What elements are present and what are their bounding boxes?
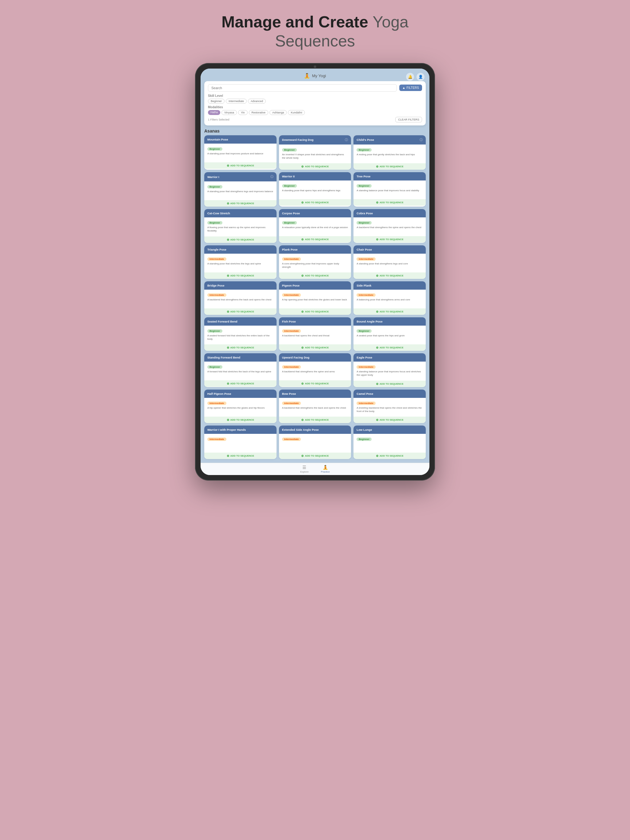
- info-icon[interactable]: ⓘ: [271, 175, 274, 179]
- chip-restorative[interactable]: Restorative: [249, 110, 269, 115]
- add-to-sequence-button[interactable]: ⊕ ADD TO SEQUENCE: [204, 453, 277, 459]
- add-to-sequence-button[interactable]: ⊕ ADD TO SEQUENCE: [279, 453, 351, 459]
- add-to-sequence-button[interactable]: ⊕ ADD TO SEQUENCE: [279, 308, 351, 315]
- level-badge: Intermediate: [282, 329, 301, 333]
- filter-footer: 1 Filters Selected CLEAR FILTERS: [208, 117, 422, 122]
- notifications-button[interactable]: 🔔: [406, 73, 414, 81]
- pose-name: Standing Forward Bend: [207, 356, 240, 359]
- filter-panel: ▲ FILTERS Skill Level Beginner Intermedi…: [204, 81, 426, 125]
- pose-card-body: Intermediate A hip opener that stretches…: [204, 398, 277, 417]
- add-to-sequence-button[interactable]: ⊕ ADD TO SEQUENCE: [204, 381, 277, 387]
- add-to-sequence-button[interactable]: ⊕ ADD TO SEQUENCE: [353, 236, 426, 243]
- add-to-sequence-button[interactable]: ⊕ ADD TO SEQUENCE: [353, 344, 426, 351]
- add-icon: ⊕: [227, 418, 229, 422]
- chip-hatha[interactable]: Hatha: [208, 110, 220, 115]
- chip-yin[interactable]: Yin: [238, 110, 248, 115]
- pose-card-body: Intermediate A backbend that strengthens…: [279, 362, 351, 381]
- filter-chevron-icon: ▲: [402, 86, 405, 90]
- add-to-sequence-button[interactable]: ⊕ ADD TO SEQUENCE: [204, 417, 277, 423]
- pose-card-body: Intermediate A backbend that strengthens…: [279, 398, 351, 417]
- add-to-sequence-button[interactable]: ⊕ ADD TO SEQUENCE: [279, 417, 351, 423]
- pose-card: Cobra Pose Beginner A backbend that stre…: [353, 209, 426, 243]
- add-to-sequence-button[interactable]: ⊕ ADD TO SEQUENCE: [204, 308, 277, 315]
- filters-button[interactable]: ▲ FILTERS: [399, 85, 422, 91]
- pose-name: Eagle Pose: [356, 356, 372, 359]
- add-to-sequence-button[interactable]: ⊕ ADD TO SEQUENCE: [279, 236, 351, 243]
- add-icon: ⊕: [301, 454, 304, 458]
- pose-card: Half Pigeon Pose Intermediate A hip open…: [204, 390, 277, 423]
- add-to-sequence-button[interactable]: ⊕ ADD TO SEQUENCE: [353, 381, 426, 387]
- add-button-label: ADD TO SEQUENCE: [305, 274, 329, 277]
- pose-card: Warrior I with Proper Hands Intermediate…: [204, 426, 277, 459]
- add-to-sequence-button[interactable]: ⊕ ADD TO SEQUENCE: [279, 272, 351, 279]
- add-button-label: ADD TO SEQUENCE: [230, 310, 255, 313]
- level-badge: Intermediate: [356, 257, 375, 261]
- info-icon[interactable]: ⓘ: [419, 138, 423, 142]
- level-badge: Intermediate: [282, 437, 301, 441]
- add-to-sequence-button[interactable]: ⊕ ADD TO SEQUENCE: [204, 344, 277, 351]
- pose-name: Warrior I with Proper Hands: [207, 428, 246, 431]
- pose-card-header: Cat-Cow Stretch: [204, 209, 277, 217]
- add-to-sequence-button[interactable]: ⊕ ADD TO SEQUENCE: [204, 237, 277, 243]
- info-icon[interactable]: ⓘ: [345, 138, 348, 142]
- add-to-sequence-button[interactable]: ⊕ ADD TO SEQUENCE: [353, 163, 426, 170]
- chip-beginner[interactable]: Beginner: [208, 99, 225, 104]
- pose-name: Low Lunge: [356, 428, 372, 431]
- pose-card-header: Chair Pose: [353, 245, 426, 254]
- pose-card-header: Eagle Pose: [353, 353, 426, 362]
- add-to-sequence-button[interactable]: ⊕ ADD TO SEQUENCE: [353, 417, 426, 423]
- add-button-label: ADD TO SEQUENCE: [305, 346, 329, 349]
- page-title: Manage and Create Yoga Sequences: [192, 12, 438, 51]
- add-to-sequence-button[interactable]: ⊕ ADD TO SEQUENCE: [279, 344, 351, 351]
- pose-card: Standing Forward Bend Beginner A forward…: [204, 353, 277, 387]
- search-input[interactable]: [208, 84, 397, 92]
- add-to-sequence-button[interactable]: ⊕ ADD TO SEQUENCE: [353, 272, 426, 279]
- pose-card-header: Child's Pose ⓘ: [353, 135, 426, 145]
- profile-button[interactable]: 👤: [416, 73, 424, 81]
- level-badge: Beginner: [207, 185, 222, 188]
- level-badge: Beginner: [356, 184, 372, 188]
- add-to-sequence-button[interactable]: ⊕ ADD TO SEQUENCE: [353, 453, 426, 459]
- add-to-sequence-button[interactable]: ⊕ ADD TO SEQUENCE: [279, 163, 351, 170]
- pose-card-body: Intermediate A standing pose that stretc…: [204, 254, 277, 272]
- pose-card-header: Warrior I with Proper Hands: [204, 426, 277, 434]
- add-button-label: ADD TO SEQUENCE: [380, 165, 404, 168]
- add-to-sequence-button[interactable]: ⊕ ADD TO SEQUENCE: [204, 200, 277, 207]
- chip-advanced[interactable]: Advanced: [248, 99, 266, 104]
- add-to-sequence-button[interactable]: ⊕ ADD TO SEQUENCE: [204, 163, 277, 169]
- add-to-sequence-button[interactable]: ⊕ ADD TO SEQUENCE: [279, 381, 351, 387]
- add-icon: ⊕: [376, 346, 378, 349]
- chip-vinyasa[interactable]: Vinyasa: [222, 110, 237, 115]
- pose-description: A kneeling backbend that opens the chest…: [356, 406, 423, 413]
- level-badge: Intermediate: [356, 401, 375, 405]
- modalities-label: Modalities: [208, 106, 422, 109]
- chip-kundalini[interactable]: Kundalini: [288, 110, 305, 115]
- add-to-sequence-button[interactable]: ⊕ ADD TO SEQUENCE: [353, 199, 426, 206]
- camera: [314, 65, 316, 68]
- pose-card: Downward Facing Dog ⓘ Beginner An invert…: [279, 135, 351, 170]
- pose-card: Side Plank Intermediate A balancing pose…: [353, 281, 426, 315]
- pose-description: A standing pose that opens hips and stre…: [282, 189, 348, 196]
- chip-intermediate[interactable]: Intermediate: [226, 99, 247, 104]
- add-button-label: ADD TO SEQUENCE: [305, 455, 329, 457]
- add-to-sequence-button[interactable]: ⊕ ADD TO SEQUENCE: [353, 308, 426, 315]
- pose-description: A relaxation pose typically done at the …: [282, 226, 348, 232]
- pose-name: Bridge Pose: [207, 284, 224, 287]
- level-badge: Intermediate: [282, 365, 301, 369]
- pose-card-header: Low Lunge: [353, 426, 426, 434]
- explore-icon: ☰: [302, 465, 306, 470]
- tab-practice[interactable]: 🧘 Practice: [315, 465, 336, 473]
- add-to-sequence-button[interactable]: ⊕ ADD TO SEQUENCE: [204, 272, 277, 279]
- pose-card-body: Beginner A resting pose that gently stre…: [353, 145, 426, 163]
- tab-explore[interactable]: ☰ Explore: [294, 465, 315, 473]
- pose-card: Eagle Pose Intermediate A standing balan…: [353, 353, 426, 387]
- level-badge: Beginner: [207, 147, 222, 151]
- header-icons: 🔔 👤: [406, 73, 424, 81]
- add-button-label: ADD TO SEQUENCE: [230, 238, 255, 241]
- add-icon: ⊕: [301, 238, 304, 241]
- pose-name: Camel Pose: [356, 392, 373, 395]
- clear-filters-button[interactable]: CLEAR FILTERS: [395, 117, 422, 122]
- chip-ashtanga[interactable]: Ashtanga: [269, 110, 287, 115]
- add-to-sequence-button[interactable]: ⊕ ADD TO SEQUENCE: [279, 199, 351, 206]
- add-icon: ⊕: [301, 310, 304, 313]
